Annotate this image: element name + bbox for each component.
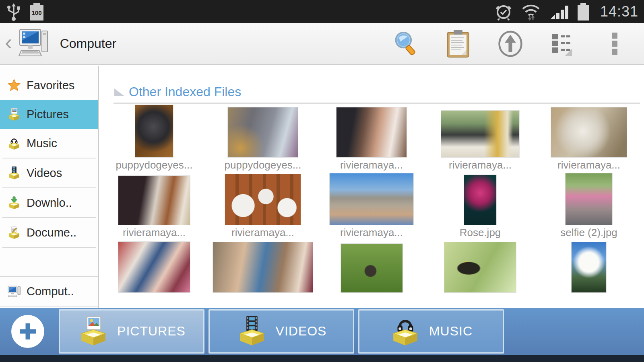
sidebar-item-label: Docume.. xyxy=(27,226,76,239)
file-thumbnail[interactable] xyxy=(213,242,313,293)
tab-label: MUSIC xyxy=(429,324,473,339)
signal-icon xyxy=(549,2,570,21)
file-item[interactable]: selfie (2).jpg xyxy=(535,172,643,240)
downloads-box-icon xyxy=(7,196,21,210)
section-header[interactable]: Other Indexed Files xyxy=(114,84,644,99)
toolbar: ‹ Computer xyxy=(0,23,644,65)
file-label: rivieramaya... xyxy=(340,158,403,172)
file-thumbnail[interactable] xyxy=(551,107,627,158)
status-bar: 100 xyxy=(0,0,644,23)
app-screen: 100 xyxy=(0,0,644,362)
tab-music[interactable]: MUSIC xyxy=(358,309,504,354)
file-label: puppydogeyes... xyxy=(116,158,193,172)
file-thumbnail[interactable] xyxy=(441,110,520,158)
sidebar-item-label: Videos xyxy=(27,167,62,180)
sidebar-item-label: Favorites xyxy=(27,79,74,92)
file-thumbnail[interactable] xyxy=(118,175,190,225)
file-item[interactable]: puppydogeyes... xyxy=(100,105,208,172)
file-item[interactable] xyxy=(535,240,643,307)
pictures-box-icon xyxy=(78,315,109,348)
file-label: rivieramaya... xyxy=(231,225,294,240)
sidebar-item-favorites[interactable]: Favorites xyxy=(0,71,98,100)
sidebar-item-docume[interactable]: Docume.. xyxy=(0,218,98,247)
list-view-icon[interactable] xyxy=(550,29,576,58)
file-thumbnail[interactable] xyxy=(464,175,497,225)
sidebar-item-label: Comput.. xyxy=(27,285,74,298)
file-label: puppydogeyes... xyxy=(225,158,301,172)
file-label: rivieramaya... xyxy=(449,158,512,172)
sidebar-item-pictures[interactable]: Pictures xyxy=(0,100,98,129)
sidebar-item-comput[interactable]: Comput.. xyxy=(0,277,98,306)
usb-icon xyxy=(6,2,22,21)
sidebar-item-videos[interactable]: Videos xyxy=(0,158,98,187)
file-item[interactable]: rivieramaya... xyxy=(535,105,643,172)
section-title: Other Indexed Files xyxy=(129,84,241,99)
sidebar-item-downlo[interactable]: Downlo.. xyxy=(0,188,98,217)
documents-box-icon xyxy=(7,226,21,239)
back-chevron-icon[interactable]: ‹ xyxy=(0,31,17,57)
content-panel: Other Indexed Files puppydogeyes...puppy… xyxy=(99,66,644,308)
file-thumbnail[interactable] xyxy=(225,174,301,225)
battery-level-text: 100 xyxy=(30,5,43,21)
up-arrow-circle-icon[interactable] xyxy=(497,29,523,58)
music-box-icon xyxy=(390,315,421,348)
alarm-icon xyxy=(495,2,512,21)
tab-videos[interactable]: VIDEOS xyxy=(208,309,354,354)
file-thumbnail[interactable] xyxy=(118,241,190,293)
file-item[interactable] xyxy=(208,240,317,307)
videos-box-icon xyxy=(236,315,268,348)
wifi-icon xyxy=(520,2,541,21)
videos-box-icon xyxy=(7,166,21,180)
bottom-tabs: PICTURESVIDEOSMUSIC xyxy=(59,309,504,354)
search-icon[interactable] xyxy=(393,29,419,58)
computer-icon xyxy=(7,284,21,298)
file-item[interactable]: puppydogeyes... xyxy=(208,105,317,172)
tab-pictures[interactable]: PICTURES xyxy=(59,309,204,354)
file-thumbnail[interactable] xyxy=(565,173,613,225)
pictures-box-icon xyxy=(7,107,21,121)
file-label: rivieramaya... xyxy=(557,158,620,172)
sidebar-item-label: Downlo.. xyxy=(27,196,72,210)
tab-label: VIDEOS xyxy=(276,324,327,339)
tab-label: PICTURES xyxy=(117,324,186,339)
page-title: Computer xyxy=(60,36,117,51)
file-item[interactable]: rivieramaya... xyxy=(100,172,208,240)
file-label: rivieramaya... xyxy=(340,225,403,240)
file-item[interactable] xyxy=(317,240,426,307)
triangle-collapse-icon[interactable] xyxy=(114,88,124,96)
status-time: 14:31 xyxy=(600,3,638,20)
file-item[interactable]: rivieramaya... xyxy=(208,172,317,240)
battery-icon xyxy=(578,3,589,21)
star-icon xyxy=(7,78,21,92)
sidebar-item-music[interactable]: Music xyxy=(0,129,98,158)
file-thumbnail[interactable] xyxy=(341,243,403,293)
file-item[interactable]: rivieramaya... xyxy=(426,105,535,172)
sidebar-bottom-group: Comput.. xyxy=(0,276,98,306)
file-thumbnail[interactable] xyxy=(336,107,407,158)
file-thumbnail[interactable] xyxy=(329,173,414,225)
plus-icon xyxy=(17,321,38,342)
file-item[interactable]: rivieramaya... xyxy=(317,172,426,240)
sidebar: FavoritesPicturesMusicVideosDownlo..Docu… xyxy=(0,66,99,308)
sidebar-item-label: Music xyxy=(27,137,57,150)
add-button[interactable] xyxy=(11,315,44,348)
file-thumbnail[interactable] xyxy=(444,242,516,293)
clipboard-icon[interactable] xyxy=(445,29,471,58)
file-thumbnail[interactable] xyxy=(227,107,298,158)
sidebar-item-label: Pictures xyxy=(27,108,69,121)
file-label: Rose.jpg xyxy=(460,225,501,240)
file-label: selfie (2).jpg xyxy=(560,225,617,240)
navigation-strip xyxy=(0,355,644,362)
file-item[interactable] xyxy=(100,240,208,307)
section-divider xyxy=(114,103,640,104)
file-item[interactable]: rivieramaya... xyxy=(317,105,426,172)
file-grid: puppydogeyes...puppydogeyes...rivieramay… xyxy=(100,105,644,307)
computer-icon xyxy=(17,28,54,60)
file-item[interactable]: Rose.jpg xyxy=(426,172,535,240)
battery-level-icon: 100 xyxy=(30,3,43,21)
file-item[interactable] xyxy=(426,240,535,307)
overflow-menu-icon[interactable] xyxy=(602,29,628,58)
file-thumbnail[interactable] xyxy=(135,105,173,158)
file-thumbnail[interactable] xyxy=(571,242,607,293)
bottom-bar: PICTURESVIDEOSMUSIC xyxy=(0,308,644,355)
